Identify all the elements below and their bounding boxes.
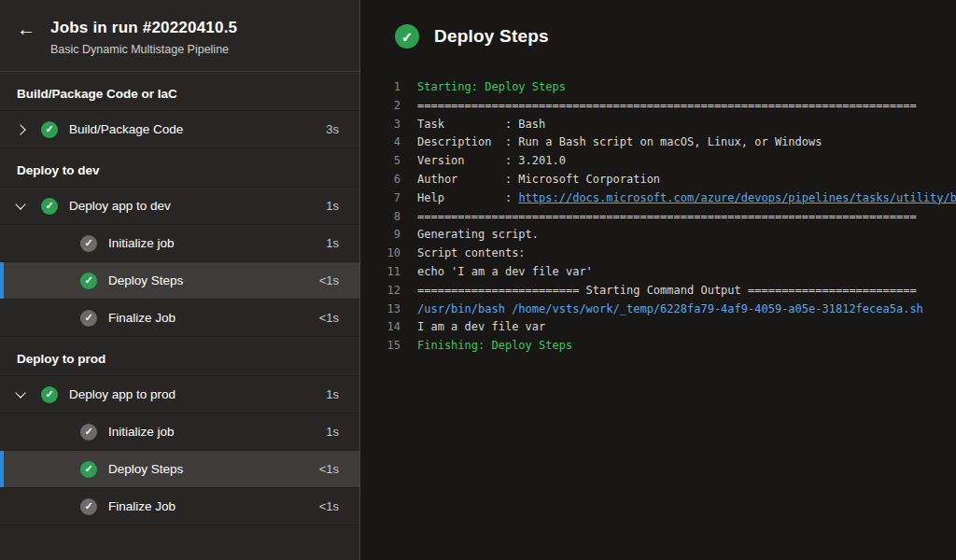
step-title: Deploy Steps — [434, 26, 549, 47]
line-number: 2 — [361, 97, 401, 116]
chevron-down-icon[interactable] — [15, 392, 41, 397]
chevron-right-icon[interactable] — [15, 126, 41, 133]
log-text: ======================== Starting Comman… — [417, 282, 917, 301]
line-number: 7 — [361, 189, 401, 208]
log-line: 5Version : 3.201.0 — [361, 152, 956, 171]
log-text: Help : https://docs.microsoft.com/azure/… — [417, 189, 956, 208]
log-line: 9Generating script. — [361, 226, 956, 245]
duration-label: <1s — [319, 311, 339, 325]
job-label: Deploy app to dev — [69, 199, 326, 213]
step-label: Deploy Steps — [108, 273, 319, 287]
log-line: 6Author : Microsoft Corporation — [361, 171, 956, 189]
job-row[interactable]: ✓Deploy app to prod1s — [0, 376, 359, 413]
job-label: Build/Package Code — [69, 122, 326, 136]
log-line: 10Script contents: — [361, 245, 956, 263]
duration-label: <1s — [319, 462, 339, 476]
log-line: 14I am a dev file var — [361, 318, 956, 337]
log-text: ========================================… — [417, 208, 917, 227]
duration-label: 1s — [326, 425, 339, 439]
log-panel: ✓ Deploy Steps 1Starting: Deploy Steps2=… — [361, 0, 956, 560]
back-button[interactable]: ← — [17, 19, 35, 39]
line-number: 4 — [361, 133, 401, 152]
pipeline-name: Basic Dynamic Multistage Pipeline — [50, 43, 237, 56]
log-line: 2=======================================… — [361, 97, 956, 116]
step-label: Initialize job — [108, 236, 326, 250]
duration-label: 1s — [326, 199, 339, 213]
duration-label: <1s — [319, 499, 339, 513]
check-icon: ✓ — [80, 498, 97, 515]
line-number: 14 — [361, 318, 401, 337]
stage-section-header: Build/Package Code or IaC — [0, 72, 359, 111]
success-check-icon: ✓ — [41, 121, 58, 138]
step-row[interactable]: ✓Deploy Steps<1s — [0, 262, 359, 300]
step-label: Finalize Job — [108, 311, 319, 325]
stage-section-header: Deploy to dev — [0, 148, 359, 188]
success-check-icon: ✓ — [80, 461, 97, 478]
log-text: Generating script. — [417, 226, 539, 245]
run-heading: Jobs in run #20220410.5 Basic Dynamic Mu… — [50, 19, 237, 56]
log-text: Script contents: — [417, 245, 526, 263]
step-row[interactable]: ✓Initialize job1s — [0, 225, 359, 262]
chevron-glyph — [15, 387, 25, 398]
log-line: 3Task : Bash — [361, 116, 956, 134]
log-line: 4Description : Run a Bash script on macO… — [361, 133, 956, 152]
log-line: 1Starting: Deploy Steps — [361, 78, 956, 97]
log-line: 8=======================================… — [361, 208, 956, 227]
line-number: 8 — [361, 208, 401, 227]
duration-label: 1s — [326, 236, 339, 250]
log-viewer[interactable]: 1Starting: Deploy Steps2================… — [361, 78, 956, 356]
job-row[interactable]: ✓Build/Package Code3s — [0, 111, 359, 148]
job-label: Deploy app to prod — [69, 387, 326, 401]
stage-section-header: Deploy to prod — [0, 337, 359, 376]
duration-label: 1s — [326, 387, 339, 401]
step-label: Deploy Steps — [108, 462, 319, 476]
jobs-panel: ← Jobs in run #20220410.5 Basic Dynamic … — [0, 0, 360, 560]
chevron-glyph — [15, 199, 25, 209]
line-number: 5 — [361, 152, 401, 171]
log-text: ========================================… — [417, 97, 917, 116]
jobs-panel-header: ← Jobs in run #20220410.5 Basic Dynamic … — [0, 0, 359, 72]
step-label: Initialize job — [108, 425, 326, 439]
line-number: 13 — [361, 301, 401, 319]
log-text: Author : Microsoft Corporation — [417, 171, 660, 189]
step-row[interactable]: ✓Initialize job1s — [0, 413, 359, 451]
line-number: 11 — [361, 263, 401, 282]
log-line: 13/usr/bin/bash /home/vsts/work/_temp/62… — [361, 301, 956, 319]
job-list: Build/Package Code or IaC✓Build/Package … — [0, 72, 359, 525]
run-title: Jobs in run #20220410.5 — [50, 19, 237, 37]
log-text: Task : Bash — [417, 116, 545, 134]
chevron-glyph — [15, 124, 25, 134]
log-text: /usr/bin/bash /home/vsts/work/_temp/6228… — [417, 301, 923, 319]
check-icon: ✓ — [80, 424, 97, 441]
log-text: Description : Run a Bash script on macOS… — [417, 133, 822, 152]
log-line: 12======================== Starting Comm… — [361, 282, 956, 301]
job-row[interactable]: ✓Deploy app to dev1s — [0, 188, 359, 225]
log-line: 11echo 'I am a dev file var' — [361, 263, 956, 282]
log-text: I am a dev file var — [417, 318, 545, 337]
log-link[interactable]: https://docs.microsoft.com/azure/devops/… — [518, 191, 956, 204]
success-check-icon: ✓ — [395, 24, 419, 49]
line-number: 12 — [361, 282, 401, 301]
line-number: 6 — [361, 171, 401, 189]
duration-label: <1s — [319, 273, 339, 287]
chevron-down-icon[interactable] — [15, 203, 41, 208]
duration-label: 3s — [326, 122, 339, 136]
line-number: 10 — [361, 245, 401, 263]
log-text: Starting: Deploy Steps — [417, 78, 566, 97]
step-row[interactable]: ✓Deploy Steps<1s — [0, 451, 359, 488]
log-text: Finishing: Deploy Steps — [417, 337, 572, 356]
step-row[interactable]: ✓Finalize Job<1s — [0, 300, 359, 337]
line-number: 1 — [361, 78, 401, 97]
line-number: 9 — [361, 226, 401, 245]
log-panel-header: ✓ Deploy Steps — [361, 0, 956, 49]
step-label: Finalize Job — [108, 499, 319, 513]
log-line: 7Help : https://docs.microsoft.com/azure… — [361, 189, 956, 208]
success-check-icon: ✓ — [41, 386, 58, 403]
check-icon: ✓ — [80, 310, 97, 327]
log-text: echo 'I am a dev file var' — [417, 263, 593, 282]
log-line: 15Finishing: Deploy Steps — [361, 337, 956, 356]
line-number: 15 — [361, 337, 401, 356]
step-row[interactable]: ✓Finalize Job<1s — [0, 488, 359, 525]
success-check-icon: ✓ — [41, 198, 58, 215]
success-check-icon: ✓ — [80, 273, 97, 289]
